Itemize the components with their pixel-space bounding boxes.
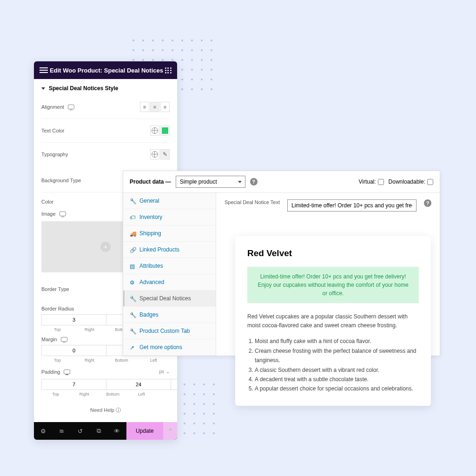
tab-attributes[interactable]: ▤Attributes (123, 258, 216, 274)
tab-shipping[interactable]: 🚚Shipping (123, 225, 216, 242)
desktop-icon[interactable] (61, 337, 67, 342)
padding-label: Padding (41, 369, 60, 375)
tab-more[interactable]: ↗Get more options (123, 339, 216, 356)
unit-selector[interactable]: px⌄ (159, 367, 170, 376)
tab-general[interactable]: 🔧General (123, 193, 216, 209)
list-icon: ▤ (130, 263, 136, 269)
navigator-button[interactable]: ≋ (53, 422, 71, 440)
list-item: A classic Southern dessert with a vibran… (255, 365, 419, 375)
margin-label: Margin (41, 337, 57, 342)
product-title: Red Velvet (247, 248, 419, 258)
product-data-title: Product data — (130, 178, 171, 185)
bg-type-label: Background Type (41, 178, 81, 183)
padding-bottom-input[interactable] (171, 379, 177, 390)
border-type-label: Border Type (41, 286, 69, 292)
feature-list: Moist and fluffy cake with a hint of coc… (247, 337, 419, 393)
list-item: Moist and fluffy cake with a hint of coc… (255, 337, 419, 346)
text-color-label: Text Color (41, 128, 65, 133)
tab-inventory[interactable]: 🏷Inventory (123, 209, 216, 225)
desktop-icon[interactable] (68, 105, 74, 109)
border-radius-label: Border Radius (41, 306, 74, 311)
help-icon[interactable]: ? (250, 178, 258, 185)
gear-icon: ⚙ (130, 279, 136, 285)
product-preview: Red Velvet Limited-time offer! Order 10+… (235, 236, 431, 406)
margin-top-input[interactable] (41, 345, 106, 356)
wrench-icon: 🔧 (130, 328, 136, 334)
history-button[interactable]: ↺ (71, 422, 89, 440)
tag-icon: 🏷 (130, 214, 136, 220)
settings-button[interactable]: ⚙ (34, 422, 53, 440)
tab-custom[interactable]: 🔧Product Custom Tab (123, 323, 216, 339)
product-type-select[interactable]: Simple product (176, 176, 245, 188)
wrench-icon: 🔧 (130, 198, 136, 204)
editor-header: Edit Woo Product: Special Deal Notices (34, 61, 177, 79)
arrow-icon: ↗ (130, 344, 136, 350)
notice-text-label: Special Deal Notice Text (225, 199, 280, 205)
update-button[interactable]: Update (126, 422, 163, 440)
global-color-button[interactable] (150, 126, 159, 136)
preview-button[interactable]: 👁 (108, 422, 126, 440)
align-left-button[interactable]: ≡ (140, 102, 149, 112)
help-icon[interactable]: ? (424, 199, 431, 207)
radius-top-input[interactable] (41, 314, 106, 325)
padding-right-input[interactable] (106, 379, 171, 390)
product-description: Red Velvet cupcakes are a popular classi… (247, 312, 419, 330)
typography-edit-button[interactable]: ✎ (160, 149, 170, 159)
color-label: Color (41, 199, 53, 205)
editor-title: Edit Woo Product: Special Deal Notices (50, 67, 163, 74)
plus-icon: + (100, 242, 111, 252)
list-item: A popular dessert choice for special occ… (255, 384, 419, 393)
list-item: A decadent treat with a subtle chocolate… (255, 375, 419, 384)
image-label: Image (41, 211, 56, 217)
tab-linked[interactable]: 🔗Linked Products (123, 242, 216, 258)
padding-top-input[interactable] (41, 379, 106, 390)
product-data-nav: 🔧General 🏷Inventory 🚚Shipping 🔗Linked Pr… (123, 193, 216, 356)
responsive-button[interactable]: ⧉ (89, 422, 108, 440)
globe-icon (152, 127, 158, 134)
section-header[interactable]: Special Deal Notices Style (41, 85, 170, 95)
desktop-icon[interactable] (64, 370, 70, 374)
deal-notice: Limited-time offer! Order 10+ pcs and yo… (247, 267, 419, 303)
menu-icon[interactable] (40, 67, 48, 73)
wrench-icon: 🔧 (130, 312, 136, 318)
update-dropdown[interactable]: ⌃ (163, 422, 177, 440)
alignment-label: Alignment (41, 104, 64, 110)
tab-special-deal[interactable]: 🔧Special Deal Notices (123, 291, 216, 307)
link-icon: 🔗 (130, 247, 136, 253)
wrench-icon: 🔧 (130, 296, 136, 302)
tab-advanced[interactable]: ⚙Advanced (123, 274, 216, 291)
virtual-checkbox[interactable]: Virtual: (358, 178, 383, 185)
desktop-icon[interactable] (60, 212, 66, 216)
chevron-down-icon (41, 87, 45, 90)
list-item: Cream cheese frosting with the perfect b… (255, 346, 419, 365)
align-right-button[interactable]: ≡ (160, 102, 170, 112)
notice-text-input[interactable] (287, 199, 416, 212)
color-picker-button[interactable] (160, 126, 170, 136)
globe-icon (152, 151, 158, 158)
need-help-link[interactable]: Need Help ⓘ (41, 397, 170, 422)
global-typography-button[interactable] (150, 149, 159, 159)
editor-footer: ⚙ ≋ ↺ ⧉ 👁 Update ⌃ (34, 422, 177, 440)
tab-badges[interactable]: 🔧Badges (123, 307, 216, 323)
color-swatch (162, 127, 168, 134)
downloadable-checkbox[interactable]: Downloadable: (389, 178, 433, 185)
pencil-icon: ✎ (163, 151, 167, 158)
typography-label: Typography (41, 152, 68, 157)
apps-icon[interactable] (165, 67, 172, 73)
align-center-button[interactable]: ≡ (150, 102, 159, 112)
truck-icon: 🚚 (130, 231, 136, 237)
